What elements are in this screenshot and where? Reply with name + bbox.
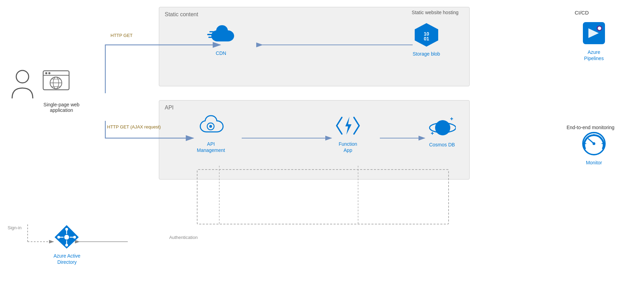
svg-marker-33 xyxy=(345,117,352,135)
cosmos-db-icon-block: Cosmos DB xyxy=(428,114,456,148)
svg-point-53 xyxy=(598,27,601,30)
api-management-label: API Management xyxy=(197,141,225,153)
http-get-ajax-label: HTTP GET (AJAX request) xyxy=(107,124,161,129)
aad-label: Azure Active Directory xyxy=(54,253,80,265)
spa-icon xyxy=(41,69,71,96)
http-get-label: HTTP GET xyxy=(110,33,133,38)
user-icon xyxy=(10,69,35,102)
function-app-icon-block: Function App xyxy=(335,114,361,153)
monitor-label: Monitor xyxy=(571,160,616,166)
cdn-icon-block: CDN xyxy=(207,24,235,56)
svg-point-56 xyxy=(593,142,595,145)
azure-pipelines-label: Azure Pipelines xyxy=(571,49,616,61)
storage-blob-icon-block: 10 01 Storage blob xyxy=(413,22,440,57)
svg-point-48 xyxy=(57,236,60,239)
monitor-icon-block: Monitor xyxy=(571,131,616,166)
end-to-end-label: End-to-end monitoring xyxy=(565,124,616,131)
authentication-label: Authentication xyxy=(169,235,198,240)
svg-point-49 xyxy=(73,236,76,239)
function-app-label: Function App xyxy=(335,141,361,153)
diagram-container: Static content API xyxy=(0,0,644,289)
svg-point-19 xyxy=(48,72,50,74)
svg-point-18 xyxy=(45,72,47,74)
cdn-label: CDN xyxy=(207,50,235,56)
sign-in-label: Sign-in xyxy=(8,225,21,230)
cosmos-db-label: Cosmos DB xyxy=(428,142,456,148)
svg-point-46 xyxy=(65,228,68,231)
static-website-hosting-label: Static website hosting xyxy=(409,10,461,15)
api-label: API xyxy=(165,105,174,111)
cicd-label: CI/CD xyxy=(575,10,589,16)
api-management-icon-block: API Management xyxy=(197,114,225,153)
svg-text:01: 01 xyxy=(424,36,429,41)
svg-point-32 xyxy=(209,125,212,128)
svg-point-47 xyxy=(65,244,68,247)
auth-dashed-box xyxy=(197,169,449,224)
azure-pipelines-icon-block: Azure Pipelines xyxy=(571,21,616,61)
svg-point-41 xyxy=(64,235,69,240)
static-content-label: Static content xyxy=(165,11,198,18)
aad-icon-block: Azure Active Directory xyxy=(54,224,80,265)
svg-point-15 xyxy=(16,70,29,83)
storage-blob-label: Storage blob xyxy=(413,51,440,57)
spa-label: Single-page web application xyxy=(41,102,82,113)
